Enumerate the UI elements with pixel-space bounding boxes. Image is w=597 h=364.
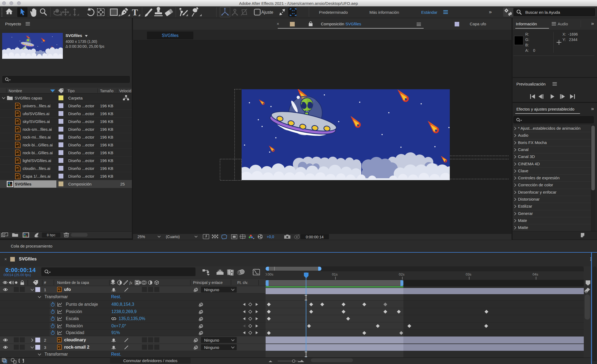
svg-text:AI: AI [59,341,61,342]
svg-text:AI: AI [18,162,19,163]
svg-text:AI: AI [18,115,19,116]
svg-text:AI: AI [18,169,19,171]
svg-text:Ai: Ai [16,159,19,161]
svg-text:Ai: Ai [16,135,19,138]
svg-text:Ai: Ai [16,151,19,153]
svg-text:Ai: Ai [16,104,19,107]
svg-text:AI: AI [18,107,19,108]
svg-text:AI: AI [18,138,19,140]
svg-text:Ai: Ai [16,119,19,122]
svg-text:AI: AI [18,122,19,124]
svg-text:Ai: Ai [16,174,19,177]
svg-text:AI: AI [18,177,19,179]
svg-text:Ai: Ai [16,166,19,169]
svg-text:AI: AI [59,290,61,292]
svg-text:Ai: Ai [16,112,19,114]
svg-text:AI: AI [59,348,61,349]
svg-text:fx: fx [129,281,132,285]
svg-text:Ai: Ai [16,127,19,130]
svg-text:AI: AI [18,154,19,155]
svg-text:AI: AI [18,146,19,147]
svg-text:T: T [132,7,138,17]
svg-text:AI: AI [18,130,19,132]
svg-text:Ai: Ai [16,143,19,146]
